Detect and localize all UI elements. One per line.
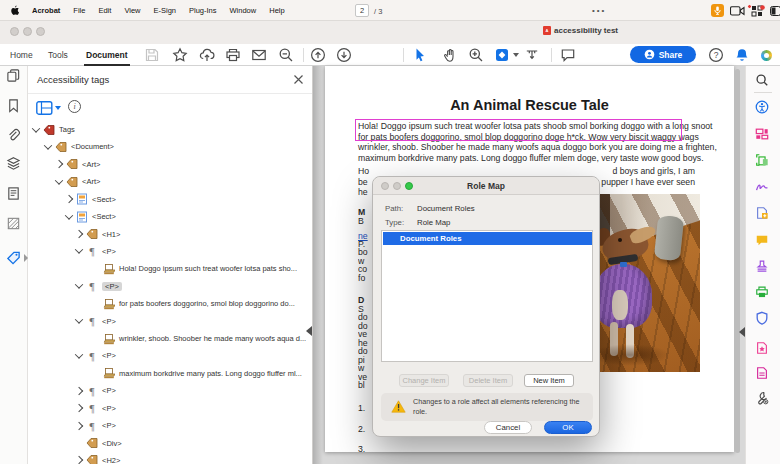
- expander-right-icon[interactable]: [75, 404, 83, 412]
- content-panel-icon[interactable]: [6, 186, 21, 201]
- tag-tree-row[interactable]: ¶<P>: [76, 243, 116, 260]
- share-button[interactable]: Share: [630, 46, 696, 63]
- tag-label[interactable]: <Document>: [71, 142, 114, 151]
- tag-label[interactable]: <Sect>: [92, 195, 116, 204]
- tag-label[interactable]: <P>: [102, 386, 116, 395]
- comment-icon[interactable]: [560, 47, 576, 63]
- expander-right-icon[interactable]: [75, 456, 83, 464]
- menu-esign[interactable]: E-Sign: [154, 6, 177, 15]
- attachments-icon[interactable]: [6, 128, 21, 143]
- tag-label[interactable]: wrinkler, shoob. Shoober he made many wo…: [119, 334, 306, 343]
- tag-label[interactable]: <Sect>: [92, 212, 116, 221]
- nav-down-icon[interactable]: [336, 47, 352, 63]
- organize-pages-icon[interactable]: [755, 127, 769, 141]
- tag-label[interactable]: Tags: [59, 125, 75, 134]
- page-display-icon[interactable]: [494, 47, 510, 63]
- menu-acrobat[interactable]: Acrobat: [32, 6, 60, 15]
- tag-tree-row[interactable]: ¶<P>: [76, 417, 116, 434]
- screen-control-icon[interactable]: [770, 6, 780, 16]
- nav-up-icon[interactable]: [310, 47, 326, 63]
- expander-down-icon[interactable]: [44, 141, 52, 149]
- camera-icon[interactable]: [730, 6, 745, 16]
- tag-tree-row[interactable]: <H2>: [76, 452, 120, 464]
- tag-tree-row[interactable]: ¶<P>: [76, 347, 116, 364]
- window-minimize-button[interactable]: [23, 27, 32, 36]
- expander-right-icon[interactable]: [75, 387, 83, 395]
- tag-tree-row[interactable]: <H1>: [76, 226, 120, 243]
- tag-tree-row[interactable]: <Sect>: [66, 208, 116, 225]
- tag-label[interactable]: <Art>: [82, 177, 100, 186]
- save-icon[interactable]: [144, 47, 160, 63]
- tag-label[interactable]: maximum borkdrive many pats. Long doggo …: [119, 369, 302, 378]
- scan-ocr-icon[interactable]: [755, 366, 769, 380]
- print-icon[interactable]: [225, 47, 241, 63]
- edit-pdf-icon[interactable]: [755, 153, 769, 167]
- expander-down-icon[interactable]: [55, 176, 63, 184]
- expander-down-icon[interactable]: [75, 350, 83, 358]
- menu-file[interactable]: File: [73, 6, 85, 15]
- tag-tree-row[interactable]: ¶<P>: [76, 278, 122, 295]
- create-pdf-icon[interactable]: [755, 206, 769, 220]
- notifications-icon[interactable]: [734, 47, 750, 63]
- tab-home[interactable]: Home: [10, 44, 33, 66]
- accessibility-tags-icon[interactable]: [6, 250, 21, 265]
- apple-menu-icon[interactable]: [10, 5, 19, 16]
- expander-down-icon[interactable]: [65, 211, 73, 219]
- optimize-pdf-icon[interactable]: [755, 341, 769, 355]
- expander-down-icon[interactable]: [75, 281, 83, 289]
- fill-sign-icon[interactable]: [755, 180, 769, 194]
- hand-tool-icon[interactable]: [442, 47, 458, 63]
- tag-label[interactable]: <P>: [102, 247, 116, 256]
- expander-right-icon[interactable]: [65, 195, 73, 203]
- tag-tree-row[interactable]: wrinkler, shoob. Shoober he made many wo…: [93, 330, 306, 347]
- tag-label[interactable]: <H1>: [102, 230, 120, 239]
- role-list[interactable]: Document Roles: [381, 230, 593, 362]
- tag-tree-row[interactable]: ¶<P>: [76, 313, 116, 330]
- tag-tree-row[interactable]: <Art>: [56, 173, 100, 190]
- microphone-icon[interactable]: [711, 4, 724, 17]
- collapse-left-panel-handle[interactable]: [306, 326, 312, 336]
- more-tools-icon[interactable]: [755, 391, 769, 405]
- tag-tree-row[interactable]: <Art>: [56, 156, 100, 173]
- role-list-item-selected[interactable]: Document Roles: [383, 232, 592, 245]
- reading-order-icon[interactable]: [6, 216, 21, 231]
- menu-plugins[interactable]: Plug-Ins: [189, 6, 217, 15]
- dialog-zoom-button[interactable]: [405, 182, 413, 190]
- email-icon[interactable]: [251, 47, 267, 63]
- menu-window[interactable]: Window: [230, 6, 257, 15]
- tag-tree-row[interactable]: Tags: [33, 121, 75, 138]
- menu-view[interactable]: View: [124, 6, 140, 15]
- tab-document[interactable]: Document: [86, 44, 128, 66]
- info-icon[interactable]: i: [68, 100, 81, 113]
- expander-down-icon[interactable]: [75, 246, 83, 254]
- window-close-button[interactable]: [10, 27, 19, 36]
- close-panel-icon[interactable]: [293, 74, 304, 85]
- tag-tree-row[interactable]: for pats boofers doggorino, smol blop do…: [93, 295, 295, 312]
- cancel-button[interactable]: Cancel: [484, 421, 532, 434]
- more-options-button[interactable]: •••: [592, 6, 606, 15]
- vertical-scrollbar[interactable]: [735, 69, 740, 453]
- tag-tree-row[interactable]: Hola! Doggo ipsum such treat woofer lots…: [93, 260, 297, 277]
- help-icon[interactable]: ?: [708, 47, 724, 63]
- expander-right-icon[interactable]: [75, 230, 83, 238]
- tag-label[interactable]: <Div>: [102, 439, 122, 448]
- tag-label[interactable]: <P>: [102, 317, 116, 326]
- page-display-caret-icon[interactable]: [513, 53, 519, 57]
- tab-tools[interactable]: Tools: [48, 44, 68, 66]
- expander-right-icon[interactable]: [75, 421, 83, 429]
- print-production-icon[interactable]: [755, 285, 769, 299]
- tag-label[interactable]: <P>: [102, 404, 116, 413]
- tag-label[interactable]: <P>: [102, 351, 116, 360]
- menu-help[interactable]: Help: [269, 6, 284, 15]
- window-zoom-button[interactable]: [36, 27, 45, 36]
- stamp-icon[interactable]: [755, 259, 769, 273]
- comment-tool-icon[interactable]: [755, 233, 769, 247]
- page-number-input[interactable]: 2: [355, 4, 369, 17]
- ok-button[interactable]: OK: [544, 421, 592, 434]
- tag-label[interactable]: <H2>: [102, 456, 120, 464]
- tag-options-icon[interactable]: [36, 100, 61, 115]
- tag-tree-row[interactable]: <Sect>: [66, 191, 116, 208]
- tag-tree-row[interactable]: maximum borkdrive many pats. Long doggo …: [93, 365, 302, 382]
- expander-down-icon[interactable]: [75, 315, 83, 323]
- zoom-in-icon[interactable]: [468, 47, 484, 63]
